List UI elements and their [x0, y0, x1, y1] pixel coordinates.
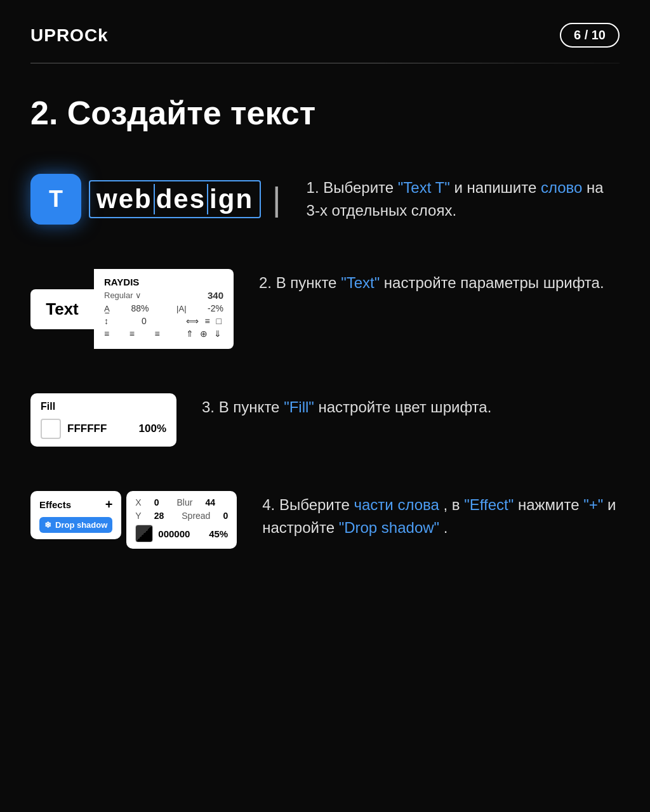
- s1-highlight: "Text T": [398, 179, 450, 196]
- section-4: Effects + ❄ Drop shadow X 0 Blur 44 Y 2: [0, 478, 650, 561]
- font-scale-icon: A̲: [104, 304, 110, 313]
- font-offset-row: ↕ 0 ⟺ ≡ □: [104, 316, 223, 326]
- s4-highlight4: "Drop shadow": [339, 519, 439, 536]
- s3-post: настройте цвет шрифта.: [319, 398, 492, 416]
- section-1-text: 1. Выберите "Text T" и напишите слово на…: [307, 174, 620, 222]
- s1-desc-pre: Выберите: [323, 179, 398, 196]
- des-part: des: [156, 184, 208, 214]
- fill-row: FFFFFF 100%: [41, 419, 166, 439]
- section-3-text: 3. В пункте "Fill" настройте цвет шрифта…: [202, 393, 620, 419]
- shadow-color-row: 000000 45%: [135, 525, 228, 542]
- main-title: 2. Создайте текст: [0, 63, 650, 155]
- font-align-left[interactable]: ≡: [104, 329, 109, 339]
- shadow-params: X 0 Blur 44 Y 28 Spread 0 000000 45%: [126, 491, 237, 549]
- s4-number: 4.: [262, 496, 275, 513]
- font-align-icons: ⟺ ≡ □: [186, 316, 223, 326]
- s2-post: настройте параметры шрифта.: [384, 274, 604, 291]
- shadow-blur-label: Blur: [176, 497, 192, 508]
- drop-shadow-label: Drop shadow: [55, 520, 107, 530]
- snowflake-icon: ❄: [44, 520, 51, 530]
- ign-part: ign: [209, 184, 253, 214]
- text-tool-icon[interactable]: T: [30, 174, 81, 225]
- font-scale-val: 88%: [131, 303, 149, 313]
- effects-panel: Effects + ❄ Drop shadow: [30, 491, 121, 539]
- web-part: web: [96, 184, 155, 214]
- fill-opacity: 100%: [139, 422, 166, 435]
- s4-post: .: [444, 519, 448, 536]
- fill-panel: Fill FFFFFF 100%: [30, 393, 176, 447]
- color-swatch[interactable]: [41, 419, 61, 439]
- shadow-x-val: 0: [154, 497, 159, 508]
- text-panel-container: Text RAYDIS Regular ∨ 340 A̲ 88% |A| -2%…: [30, 269, 234, 349]
- font-panel: RAYDIS Regular ∨ 340 A̲ 88% |A| -2% ↕ 0 …: [94, 269, 234, 349]
- section-3: Fill FFFFFF 100% 3. В пункте "Fill" наст…: [0, 381, 650, 459]
- font-align-right[interactable]: ≡: [154, 329, 159, 339]
- shadow-xy-row: X 0 Blur 44: [135, 497, 228, 508]
- shadow-blur-val: 44: [205, 497, 215, 508]
- shadow-x-label: X: [135, 497, 141, 508]
- s1-highlight2: слово: [541, 179, 582, 196]
- s2-pre: В пункте: [276, 274, 341, 291]
- shadow-spread-row: Y 28 Spread 0: [135, 511, 228, 521]
- section-4-text: 4. Выберите части слова , в "Effect" наж…: [262, 491, 620, 539]
- font-tracking-icon: |A|: [176, 304, 186, 313]
- s3-highlight: "Fill": [284, 398, 314, 416]
- drop-shadow-badge[interactable]: ❄ Drop shadow: [39, 517, 112, 533]
- section-1-visual: T web des ign |: [30, 174, 281, 225]
- font-style-row: Regular ∨ 340: [104, 290, 223, 301]
- fill-title: Fill: [41, 401, 166, 412]
- fill-hex: FFFFFF: [67, 422, 107, 435]
- text-cursor: |: [272, 180, 281, 218]
- effects-title: Effects: [39, 499, 71, 510]
- font-vert-icons: ⇑ ⊕ ⇓: [186, 329, 223, 339]
- effects-container: Effects + ❄ Drop shadow X 0 Blur 44 Y 2: [30, 491, 237, 549]
- shadow-y-val: 28: [154, 511, 164, 521]
- shadow-y-label: Y: [135, 511, 141, 521]
- s4-mid2: нажмите: [518, 496, 583, 513]
- font-name: RAYDIS: [104, 277, 223, 287]
- s4-mid1: , в: [444, 496, 465, 513]
- font-style[interactable]: Regular ∨: [104, 291, 142, 300]
- shadow-hex: 000000: [158, 528, 190, 539]
- section-2-text: 2. В пункте "Text" настройте параметры ш…: [259, 269, 620, 294]
- section-1: T web des ign | 1. Выберите "Text T" и н…: [0, 161, 650, 237]
- s2-number: 2.: [259, 274, 272, 291]
- s3-pre: В пункте: [219, 398, 284, 416]
- shadow-color-swatch[interactable]: [135, 525, 153, 542]
- s1-pre: 1.: [307, 179, 319, 196]
- s4-highlight1: части слова: [354, 496, 439, 513]
- webdesign-box: web des ign: [89, 180, 261, 218]
- section-2: Text RAYDIS Regular ∨ 340 A̲ 88% |A| -2%…: [0, 256, 650, 362]
- section-3-visual: Fill FFFFFF 100%: [30, 393, 176, 447]
- font-align-row: ≡ ≡ ≡ ⇑ ⊕ ⇓: [104, 329, 223, 339]
- s3-number: 3.: [202, 398, 215, 416]
- webdesign-display: web des ign: [89, 180, 261, 218]
- font-scale-row: A̲ 88% |A| -2%: [104, 303, 223, 313]
- page-counter: 6 / 10: [560, 23, 620, 48]
- effects-plus-button[interactable]: +: [105, 497, 113, 512]
- shadow-spread-label: Spread: [182, 511, 210, 521]
- s2-highlight: "Text": [341, 274, 380, 291]
- font-align-center[interactable]: ≡: [129, 329, 135, 339]
- font-offset-val: 0: [142, 316, 147, 326]
- font-offset-icon: ↕: [104, 316, 109, 326]
- text-label-box: Text: [30, 289, 94, 329]
- shadow-spread-val: 0: [223, 511, 228, 521]
- header: UPROCk 6 / 10: [0, 0, 650, 63]
- font-size-val: 340: [208, 290, 223, 301]
- font-tracking-val: -2%: [208, 303, 223, 313]
- s4-highlight3: "+": [583, 496, 603, 513]
- effects-header: Effects +: [39, 497, 112, 512]
- s4-pre: Выберите: [279, 496, 354, 513]
- s4-highlight2: "Effect": [464, 496, 514, 513]
- s1-desc-mid: и напишите: [454, 179, 540, 196]
- shadow-opacity: 45%: [209, 528, 228, 539]
- section-2-visual: Text RAYDIS Regular ∨ 340 A̲ 88% |A| -2%…: [30, 269, 234, 349]
- section-4-visual: Effects + ❄ Drop shadow X 0 Blur 44 Y 2: [30, 491, 237, 549]
- logo: UPROCk: [30, 25, 109, 46]
